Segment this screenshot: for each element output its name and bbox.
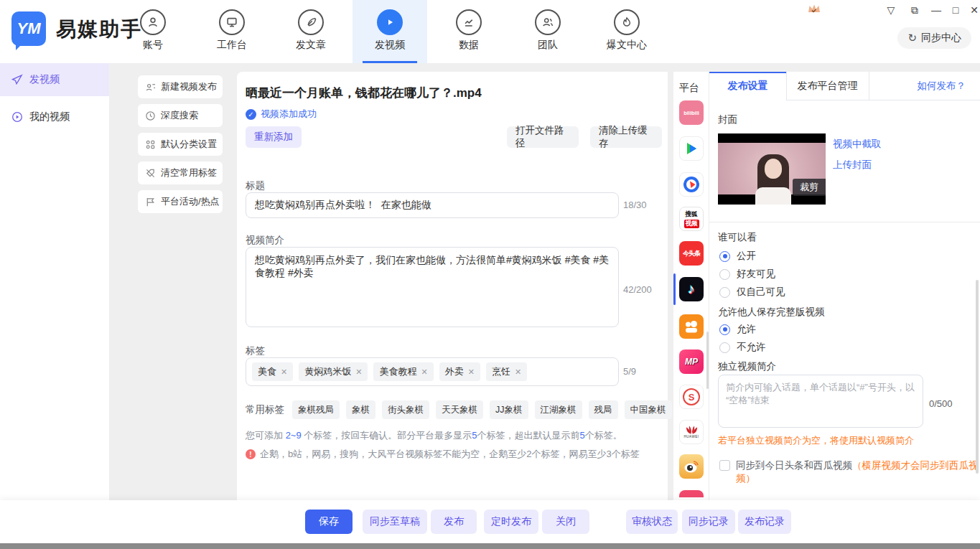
platform-weibo-icon[interactable]	[679, 454, 704, 479]
nav-data[interactable]: 数据	[431, 0, 506, 63]
maximize-button[interactable]: □	[948, 3, 963, 17]
tag-pill[interactable]: 黄焖鸡米饭✕	[299, 362, 368, 381]
radio-label: 允许	[737, 323, 756, 336]
nav-hot-center[interactable]: 爆文中心	[589, 0, 664, 63]
clear-common-tags-button[interactable]: 清空常用标签	[138, 161, 223, 184]
minimize-button[interactable]: —	[928, 3, 944, 17]
tags-input-box[interactable]: 美食✕ 黄焖鸡米饭✕ 美食教程✕ 外卖✕ 烹饪✕	[246, 357, 619, 386]
independent-desc-textarea[interactable]	[718, 375, 923, 428]
publish-button[interactable]: 发布	[431, 510, 477, 534]
common-tag[interactable]: 象棋	[346, 400, 375, 419]
nav-account[interactable]: 账号	[116, 0, 190, 63]
platform-bilibili-icon[interactable]: bilibili	[679, 100, 704, 125]
nav-team[interactable]: 团队	[510, 0, 585, 63]
common-tag[interactable]: 中国象棋	[625, 400, 672, 419]
tag-text: 外卖	[445, 365, 464, 378]
allow-option-no[interactable]: 不允许	[719, 341, 766, 354]
nav-post-video[interactable]: 发视频	[353, 0, 427, 63]
publish-panel-block: 平台 bilibili 搜狐 视频 今头条	[673, 72, 980, 500]
common-tag[interactable]: JJ象棋	[490, 400, 528, 419]
radio-label: 好友可见	[737, 268, 775, 281]
app-logo: YM	[11, 11, 46, 46]
kuaishou-camera-icon	[683, 319, 699, 334]
publish-log-button[interactable]: 发布记录	[738, 510, 791, 534]
tag-pill[interactable]: 美食教程✕	[373, 362, 433, 381]
audit-status-button[interactable]: 审核状态	[626, 510, 678, 534]
checkbox-icon[interactable]	[719, 460, 730, 471]
sync-center-button[interactable]: ↻ 同步中心	[897, 27, 971, 49]
allow-option-yes[interactable]: 允许	[719, 323, 756, 336]
nav-post-article[interactable]: 发文章	[274, 0, 348, 63]
desc-textarea[interactable]: 想吃黄焖鸡别再点外卖了，我们在家也能做，方法很简单#黄焖鸡米饭 #美食 #美食教…	[246, 247, 619, 327]
vip-crown-icon	[808, 3, 821, 14]
tags-help-note: 您可添加 2~9 个标签，按回车确认。部分平台最多显示5个标签，超出默认显示前5…	[246, 429, 622, 442]
platform-partial-icon[interactable]	[679, 490, 704, 497]
bilibili-logo-text: bilibili	[683, 110, 699, 116]
tag-pill[interactable]: 外卖✕	[439, 362, 480, 381]
title-input[interactable]	[246, 192, 619, 218]
close-button[interactable]: ✕	[966, 3, 980, 17]
deep-search-button[interactable]: 深度搜索	[138, 104, 223, 127]
crop-badge[interactable]: 裁剪	[793, 179, 826, 196]
panel-scrollbar-thumb[interactable]	[976, 280, 979, 474]
platform-haokan-video-icon[interactable]	[679, 172, 704, 197]
tag-text: 美食教程	[379, 365, 416, 378]
radio-label: 不允许	[737, 341, 766, 354]
cover-thumbnail[interactable]: 裁剪	[718, 133, 826, 205]
platform-toutiao-icon[interactable]: 今头条	[679, 241, 704, 266]
nav-label: 账号	[116, 39, 190, 52]
sync-to-draft-button[interactable]: 同步至草稿	[363, 510, 427, 534]
tag-pill[interactable]: 美食✕	[252, 362, 293, 381]
common-tag[interactable]: 象棋残局	[292, 400, 340, 419]
upload-cover-link[interactable]: 上传封面	[833, 159, 872, 172]
open-file-path-button[interactable]: 打开文件路径	[507, 126, 579, 148]
cover-figure-top	[755, 187, 791, 205]
close-editor-button[interactable]: 关闭	[542, 510, 589, 534]
platform-tencent-video-icon[interactable]	[679, 136, 704, 161]
dropdown-menu-icon[interactable]: ▽	[883, 3, 899, 17]
schedule-publish-button[interactable]: 定时发布	[484, 510, 538, 534]
platform-huawei-icon[interactable]: HUAWEI	[679, 420, 704, 444]
visibility-option-public[interactable]: 公开	[719, 250, 756, 263]
clear-upload-cache-button[interactable]: 清除上传缓存	[590, 126, 662, 148]
platform-kuaishou-icon[interactable]	[679, 314, 704, 339]
feedback-icon[interactable]: ⧉	[907, 3, 923, 17]
tab-publish-settings[interactable]: 发布设置	[709, 72, 786, 100]
capture-from-video-link[interactable]: 视频中截取	[833, 138, 882, 151]
visibility-option-private[interactable]: 仅自己可见	[719, 286, 785, 299]
radio-label: 仅自己可见	[737, 286, 785, 299]
remove-tag-icon[interactable]: ✕	[281, 367, 287, 377]
rail-scrollbar-thumb[interactable]	[706, 332, 709, 389]
common-tag[interactable]: 江湖象棋	[535, 400, 582, 419]
visibility-option-friends[interactable]: 好友可见	[719, 268, 775, 281]
platform-sohu-video-icon[interactable]: 搜狐 视频	[679, 207, 704, 231]
platform-sohu-hao-icon[interactable]: S	[679, 385, 704, 409]
common-tags-label: 常用标签	[246, 403, 284, 416]
common-tag[interactable]: 残局	[589, 400, 618, 419]
tool-button-label: 平台活动/热点	[161, 195, 220, 208]
sync-log-button[interactable]: 同步记录	[682, 510, 735, 534]
platform-douyin-icon[interactable]: ♪	[679, 277, 704, 301]
readd-video-button[interactable]: 重新添加	[246, 126, 302, 148]
common-tag[interactable]: 天天象棋	[436, 400, 483, 419]
how-to-publish-link[interactable]: 如何发布？	[918, 80, 966, 93]
platform-activity-button[interactable]: 平台活动/热点	[138, 190, 223, 213]
sidebar-item-post-video[interactable]: 发视频	[0, 63, 109, 96]
nav-workbench[interactable]: 工作台	[195, 0, 269, 63]
sync-toutiao-checkbox-row[interactable]: 同步到今日头条和西瓜视频（横屏视频才会同步到西瓜视频）	[719, 459, 980, 485]
remove-tag-icon[interactable]: ✕	[421, 367, 427, 377]
new-video-publish-button[interactable]: 新建视频发布	[138, 75, 223, 98]
save-button[interactable]: 保存	[305, 510, 353, 534]
common-tag[interactable]: 街头象棋	[382, 400, 429, 419]
remove-tag-icon[interactable]: ✕	[468, 367, 475, 377]
platform-meipai-icon[interactable]: MP	[679, 349, 704, 374]
remove-tag-icon[interactable]: ✕	[515, 367, 521, 377]
nav-label: 数据	[431, 39, 506, 52]
tag-pill[interactable]: 烹饪✕	[486, 362, 527, 381]
default-category-button[interactable]: 默认分类设置	[138, 133, 223, 156]
sidebar-item-my-videos[interactable]: 我的视频	[0, 100, 109, 133]
tab-platform-manage[interactable]: 发布平台管理	[786, 72, 869, 100]
remove-tag-icon[interactable]: ✕	[355, 367, 362, 377]
nav-label: 工作台	[195, 39, 269, 52]
publish-settings-panel: 发布设置 发布平台管理 如何发布？ 封面 裁剪 视频中截取 上传封面 谁可以	[709, 72, 980, 500]
